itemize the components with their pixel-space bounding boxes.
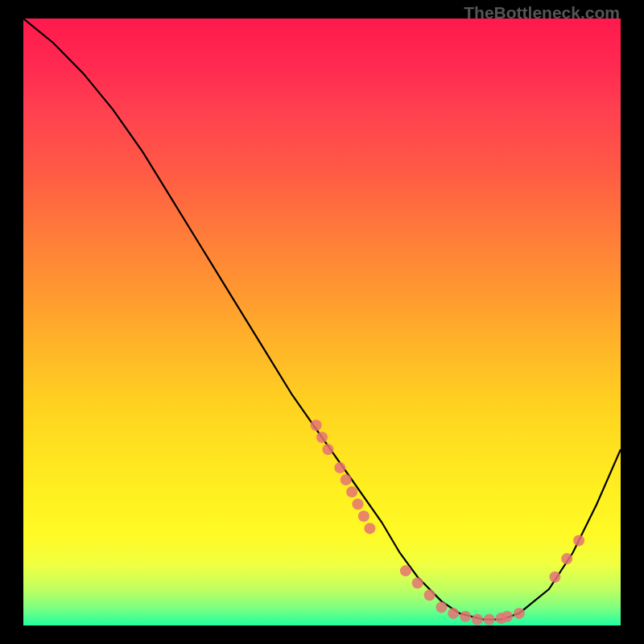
chart-container: TheBottleneck.com: [0, 0, 644, 644]
data-point: [514, 608, 525, 619]
data-point: [573, 535, 584, 546]
data-point: [322, 444, 333, 455]
watermark-text: TheBottleneck.com: [464, 3, 620, 23]
data-point: [460, 611, 471, 622]
data-point: [561, 553, 572, 564]
chart-svg: [23, 19, 621, 625]
data-point: [316, 431, 328, 443]
data-point: [346, 486, 357, 497]
data-point: [549, 572, 560, 583]
data-point: [400, 565, 411, 576]
data-point: [448, 608, 459, 619]
data-point: [484, 614, 495, 625]
data-point: [424, 589, 436, 601]
data-point: [436, 601, 447, 613]
bottleneck-curve-line: [23, 19, 621, 620]
data-point: [353, 498, 364, 510]
data-point: [334, 462, 345, 473]
data-point: [311, 419, 322, 431]
data-point: [341, 474, 352, 485]
data-point: [412, 577, 423, 588]
data-point: [358, 510, 369, 522]
data-point: [364, 522, 375, 534]
data-point: [472, 614, 483, 625]
data-point: [502, 611, 513, 622]
